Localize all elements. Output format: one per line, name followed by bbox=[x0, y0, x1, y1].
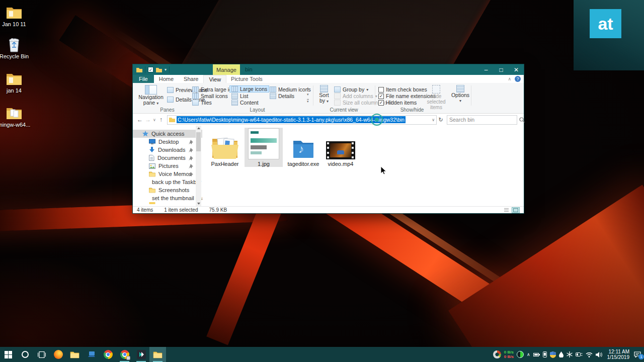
gallery-more-icon[interactable]: ▾ bbox=[307, 99, 309, 104]
sidebar-scrollbar[interactable] bbox=[196, 126, 201, 206]
file-paxheader[interactable]: PaxHeader bbox=[208, 128, 242, 167]
layout-tiles[interactable]: Tiles bbox=[192, 99, 212, 106]
thumbnail-view-toggle[interactable] bbox=[512, 207, 520, 213]
task-view-button[interactable] bbox=[33, 347, 50, 362]
tab-file[interactable]: File bbox=[133, 75, 154, 83]
sidebar-item-downloads[interactable]: Downloads bbox=[133, 146, 202, 154]
title-bar: ✓ ▾ Manage bin – □ ✕ bbox=[133, 64, 524, 75]
search-input[interactable] bbox=[447, 117, 519, 123]
tab-home[interactable]: Home bbox=[154, 75, 179, 83]
tab-share[interactable]: Share bbox=[179, 75, 203, 83]
new-folder-icon[interactable] bbox=[156, 67, 162, 72]
layout-list[interactable]: List bbox=[231, 93, 248, 100]
pin-icon bbox=[189, 172, 193, 176]
refresh-button[interactable]: ↻ bbox=[437, 117, 445, 123]
gallery-scroll-up-icon[interactable]: ▴ bbox=[307, 86, 309, 90]
taskbar-device-app[interactable] bbox=[83, 347, 100, 362]
properties-check-icon[interactable]: ✓ bbox=[148, 67, 153, 72]
checkbox-checked-icon: ✓ bbox=[378, 100, 384, 106]
forward-button[interactable]: → bbox=[144, 116, 152, 123]
folder-icon bbox=[149, 202, 155, 204]
taskbar-chrome-alt[interactable] bbox=[116, 347, 133, 362]
desktop-icon-jan-10-11[interactable]: Jan 10 11 bbox=[0, 4, 31, 27]
layout-large-icons-selected[interactable]: Large icons bbox=[229, 85, 269, 93]
back-button[interactable]: ← bbox=[136, 116, 144, 123]
droplet-icon[interactable] bbox=[559, 351, 564, 357]
taskbar-chrome[interactable] bbox=[100, 347, 116, 362]
taskbar-file-explorer[interactable] bbox=[66, 347, 83, 362]
sidebar-item-screenshots[interactable]: Screenshots bbox=[133, 186, 202, 194]
maximize-button[interactable]: □ bbox=[494, 64, 509, 75]
navigation-pane-button[interactable]: Navigation pane ▾ bbox=[137, 85, 165, 106]
taskbar-file-explorer-active[interactable] bbox=[149, 347, 166, 362]
window-title: bin bbox=[245, 64, 253, 75]
add-columns-button[interactable]: Add columns ▾ bbox=[334, 93, 377, 100]
close-button[interactable]: ✕ bbox=[509, 64, 524, 75]
sidebar-item-quick-access[interactable]: Quick access bbox=[133, 130, 202, 138]
tab-picture-tools[interactable]: Picture Tools bbox=[226, 75, 267, 83]
address-input[interactable]: C:\Users\fatiw\Desktop\mingw-w64-tagedit… bbox=[167, 115, 437, 125]
sort-by-button[interactable]: Sort by ▾ bbox=[316, 85, 332, 104]
resource-pie-icon[interactable] bbox=[493, 350, 501, 358]
taskbar-clock[interactable]: 12:11 AM 1/15/2019 bbox=[607, 349, 630, 360]
desktop-icon-label: mingw-w64... bbox=[0, 122, 31, 128]
action-center-button[interactable]: 1 bbox=[632, 349, 642, 359]
customize-toolbar-caret-icon[interactable]: ▾ bbox=[165, 67, 167, 72]
details-view-toggle[interactable] bbox=[502, 207, 510, 213]
gallery-scroll-down-icon[interactable]: ▾ bbox=[307, 93, 309, 97]
sidebar-item-desktop[interactable]: Desktop bbox=[133, 138, 202, 146]
network-speed-indicator[interactable]: 0 B/s 0 B/s bbox=[504, 350, 514, 359]
layout-content[interactable]: Content bbox=[231, 99, 259, 106]
wifi-icon[interactable] bbox=[586, 352, 593, 357]
defender-shield-icon[interactable] bbox=[550, 351, 556, 358]
desktop-icon-jan-14[interactable]: jan 14 bbox=[0, 70, 31, 94]
minimize-button[interactable]: – bbox=[478, 64, 494, 75]
file-tageditor-exe[interactable]: ♪ tageditor.exe bbox=[287, 128, 320, 167]
desktop-icon-recycle-bin[interactable]: Recycle Bin bbox=[0, 36, 31, 59]
volume-icon[interactable] bbox=[596, 352, 603, 357]
group-by-button[interactable]: Group by ▾ bbox=[334, 86, 368, 93]
help-icon[interactable]: ? bbox=[515, 76, 521, 82]
scroll-down-icon[interactable] bbox=[196, 201, 201, 206]
up-button[interactable]: ↑ bbox=[157, 116, 165, 123]
desktop-icon-mingw[interactable]: mingw-w64... bbox=[0, 105, 31, 128]
sidebar-item-voice-memos[interactable]: Voice Memos bbox=[133, 170, 202, 178]
cortana-icon bbox=[22, 351, 29, 358]
taskbar-video-editor[interactable] bbox=[133, 347, 149, 362]
layout-medium-icons[interactable]: Medium icons bbox=[270, 86, 311, 93]
hide-selected-items-button[interactable]: Hide selected items bbox=[424, 85, 449, 110]
scrollbar-thumb[interactable] bbox=[196, 132, 201, 151]
tab-view[interactable]: View bbox=[203, 75, 226, 83]
sidebar-item-set-thumbnail[interactable]: set the thumbnail image f bbox=[133, 194, 202, 202]
layout-details[interactable]: Details bbox=[270, 93, 294, 100]
sidebar-item-pictures[interactable]: Pictures bbox=[133, 162, 202, 170]
manage-contextual-tab[interactable]: Manage bbox=[213, 64, 240, 75]
selection-size: 75.9 KB bbox=[209, 207, 227, 213]
file-1-jpg-selected[interactable]: 1.jpg bbox=[245, 128, 283, 167]
sidebar-item-backup-taskbar[interactable]: back up the Taskbar layou bbox=[133, 178, 202, 186]
task-view-icon bbox=[38, 351, 46, 358]
taskbar: 0 B/s 0 B/s ∧ 12:11 AM 1/15/2019 1 bbox=[0, 347, 644, 362]
asterisk-icon[interactable] bbox=[567, 351, 573, 357]
taskbar-firefox[interactable] bbox=[50, 347, 66, 362]
pin-icon bbox=[189, 140, 193, 144]
scroll-up-icon[interactable] bbox=[196, 126, 201, 131]
start-button[interactable] bbox=[0, 347, 17, 362]
file-video-mp4[interactable]: video.mp4 bbox=[323, 128, 358, 167]
phone-icon[interactable] bbox=[543, 351, 547, 357]
address-dropdown-caret-icon[interactable]: ∨ bbox=[432, 118, 435, 122]
minimize-ribbon-icon[interactable]: ∧ bbox=[508, 76, 511, 81]
cortana-button[interactable] bbox=[17, 347, 33, 362]
options-button[interactable]: Options ▾ bbox=[451, 85, 469, 104]
half-circle-icon[interactable] bbox=[517, 351, 524, 358]
item-check-boxes-checkbox[interactable]: Item check boxes bbox=[378, 86, 427, 93]
search-icon[interactable] bbox=[519, 117, 525, 123]
sidebar-item-documents[interactable]: Documents bbox=[133, 154, 202, 162]
power-icon[interactable] bbox=[576, 352, 583, 357]
click-indicator bbox=[371, 114, 383, 126]
layout-small-icons[interactable]: Small icons bbox=[192, 93, 228, 100]
hidden-items-checkbox[interactable]: ✓ Hidden items bbox=[378, 99, 417, 106]
battery-icon[interactable] bbox=[533, 352, 540, 357]
tray-chevron-up-icon[interactable]: ∧ bbox=[527, 352, 530, 357]
recent-locations-caret-icon[interactable]: ∨ bbox=[152, 118, 157, 122]
